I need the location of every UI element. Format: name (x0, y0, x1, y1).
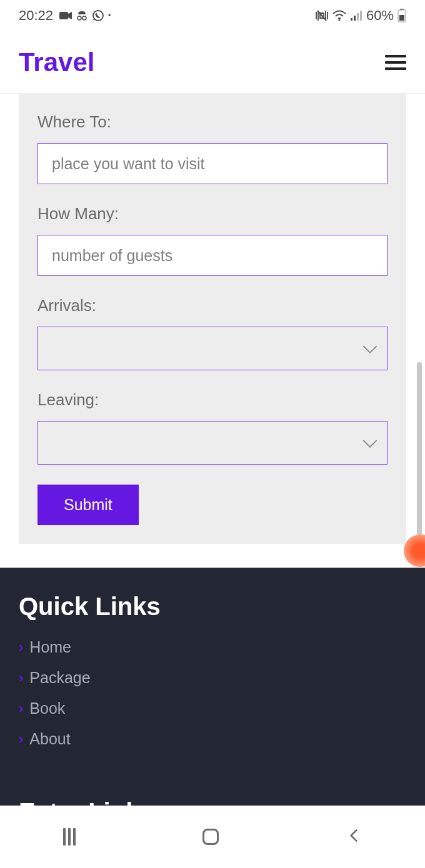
how-many-label: How Many: (38, 204, 388, 224)
status-bar: 20:22 • 60% (0, 0, 425, 31)
battery-icon (398, 9, 406, 22)
status-app-icons: • (59, 9, 111, 22)
scrollbar[interactable] (417, 362, 422, 550)
status-left: 20:22 • (19, 7, 111, 24)
svg-point-6 (338, 19, 340, 21)
wifi-icon (332, 10, 346, 21)
footer-link-label: Package (29, 669, 90, 687)
footer-link-label: Home (29, 638, 71, 656)
where-to-label: Where To: (38, 112, 388, 132)
svg-line-5 (318, 11, 326, 21)
svg-rect-10 (360, 11, 362, 21)
where-to-input[interactable] (38, 143, 388, 184)
footer-link-label: About (29, 730, 70, 748)
system-nav-bar (0, 806, 425, 868)
chevron-right-icon: › (19, 701, 23, 717)
footer-link-home[interactable]: › Home (19, 638, 406, 656)
signal-icon (350, 10, 362, 21)
footer-link-package[interactable]: › Package (19, 669, 406, 687)
brand-logo[interactable]: Travel (19, 47, 94, 77)
quick-links-heading: Quick Links (19, 593, 406, 621)
leaving-group: Leaving: (38, 390, 388, 465)
hamburger-menu-icon[interactable] (385, 55, 406, 70)
booking-form: Where To: How Many: Arrivals: Leaving: S… (19, 94, 406, 544)
footer-link-book[interactable]: › Book (19, 699, 406, 718)
app-header: Travel (0, 31, 425, 94)
vibrate-icon (315, 9, 329, 22)
nav-home-button[interactable] (202, 829, 219, 845)
svg-rect-9 (357, 13, 359, 21)
svg-rect-8 (354, 16, 356, 21)
camera-icon (59, 11, 72, 20)
how-many-input[interactable] (38, 235, 388, 276)
leaving-label: Leaving: (38, 390, 388, 410)
incognito-icon (76, 9, 88, 22)
svg-rect-0 (59, 12, 68, 19)
submit-button[interactable]: Submit (38, 485, 139, 525)
more-notifications-dot: • (108, 11, 111, 20)
where-to-group: Where To: (38, 112, 388, 184)
arrivals-label: Arrivals: (38, 296, 388, 315)
chevron-right-icon: › (19, 639, 23, 656)
svg-point-2 (82, 16, 86, 20)
battery-percent: 60% (366, 7, 394, 24)
footer-link-about[interactable]: › About (19, 730, 406, 748)
leaving-select[interactable] (38, 421, 388, 465)
arrivals-select[interactable] (38, 327, 388, 370)
svg-rect-13 (399, 15, 404, 21)
extra-links-heading: Extra Links (19, 798, 406, 806)
chevron-right-icon: › (19, 731, 23, 747)
whatsapp-icon (92, 9, 104, 22)
nav-recents-button[interactable] (63, 828, 76, 846)
chevron-right-icon: › (19, 670, 23, 686)
how-many-group: How Many: (38, 204, 388, 276)
svg-rect-7 (351, 18, 352, 21)
status-right: 60% (315, 7, 406, 24)
footer: Quick Links › Home › Package › Book › Ab… (0, 568, 425, 806)
content-area: Where To: How Many: Arrivals: Leaving: S… (0, 94, 425, 806)
nav-back-button[interactable] (346, 827, 362, 846)
status-time: 20:22 (19, 7, 53, 24)
footer-link-label: Book (29, 699, 65, 718)
arrivals-group: Arrivals: (38, 296, 388, 370)
quick-links-list: › Home › Package › Book › About (19, 638, 406, 748)
svg-point-1 (78, 16, 81, 20)
